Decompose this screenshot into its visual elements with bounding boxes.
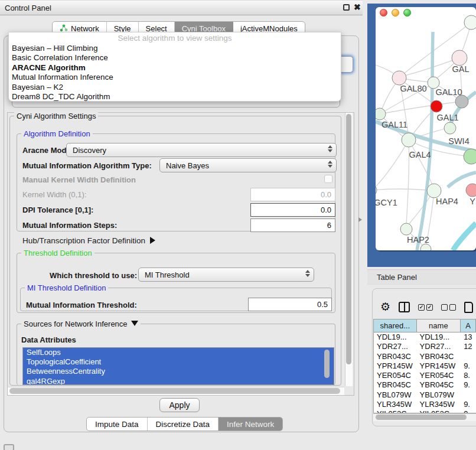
table-cell: YPR145W [417,361,461,371]
sources-title-text: Sources for Network Inference [24,319,128,328]
node-table[interactable]: shared...nameA YDL19...YDL19...13YDR27..… [373,319,476,413]
network-node-gal1[interactable] [431,100,442,112]
table-row[interactable]: YIL052CYIL052C9. [374,409,476,413]
select-checked-icon[interactable]: ✓✓ [418,304,433,311]
combo-arrows-icon [328,145,332,152]
network-node-hap4[interactable] [427,184,441,198]
network-node-y[interactable] [466,184,476,197]
table-toolbar: ⚙ ✓✓ [380,299,476,315]
node-label-y: Y [470,197,475,206]
table-cell: YER054C [417,371,461,380]
page-icon[interactable] [464,302,473,313]
network-node-gal4[interactable] [402,133,416,147]
control-panel-titlebar: Control Panel [0,0,363,15]
mi-type-combo[interactable]: Naive Bayes [159,158,337,172]
table-row[interactable]: YPR145WYPR145W9. [374,361,476,371]
network-node-hap2[interactable] [400,223,412,235]
hub-factor-expander[interactable]: Hub/Transcription Factor Definition [22,236,155,245]
table-cell: YBL079W [374,390,417,400]
table-body: YDL19...YDL19...13YDR27...YDR27...12YBR0… [374,332,476,413]
node-label-gal80: GAL80 [400,84,426,93]
control-panel-title: Control Panel [0,4,51,12]
sources-group-title[interactable]: Sources for Network Inference [21,319,141,328]
attribute-topologicalcoefficient[interactable]: TopologicalCoefficient [23,357,334,367]
split-pane-collapse-arrow[interactable] [358,217,362,222]
minimized-panel-handle[interactable] [4,444,14,450]
table-row[interactable]: YER054CYER054C8. [374,371,476,380]
table-row[interactable]: YBL079WYBL079W [374,390,476,400]
float-window-icon[interactable] [343,4,350,11]
select-unchecked-icon[interactable] [441,304,456,311]
close-icon[interactable]: ✖ [354,4,361,11]
column-header-shared[interactable]: shared... [374,319,417,332]
network-node-swi4[interactable] [444,122,456,134]
table-row[interactable]: YLR345WYLR345W9. [374,400,476,409]
algorithm-option-dream8-dc-tdc-algorithm[interactable]: Dream8 DC_TDC Algorithm [9,92,341,102]
network-node[interactable] [464,15,476,30]
network-node[interactable] [464,149,476,164]
table-cell: YDL19... [417,332,461,342]
column-header-name[interactable]: name [417,319,461,332]
manual-kernel-checkbox[interactable] [324,175,332,183]
dpi-tolerance-field[interactable]: 0.0 [250,203,335,217]
network-node-gal10[interactable] [428,77,439,89]
attribute-selfloops[interactable]: SelfLoops [23,348,334,357]
algorithm-option-bayesian-hill-climbing[interactable]: Bayesian – Hill Climbing [9,44,341,53]
apply-button[interactable]: Apply [159,398,200,412]
kernel-width-field[interactable]: 0.0 [250,188,335,201]
aracne-mode-combo[interactable]: Discovery [66,143,337,157]
node-label-gal1: GAL1 [436,113,458,122]
table-hscroll-thumb[interactable] [376,415,467,420]
tab-discretize-data[interactable]: Discretize Data [148,418,219,431]
which-threshold-value: MI Threshold [145,270,190,279]
table-row[interactable]: YDR27...YDR27...12 [374,342,476,351]
table-cell: 9. [461,380,476,390]
data-attributes-label: Data Attributes [21,335,76,344]
algorithm-option-mutual-information-inference[interactable]: Mutual Information Inference [9,73,341,82]
node-label-hap2: HAP2 [407,235,429,244]
mi-steps-label: Mutual Information Steps: [22,221,117,230]
settings-vscroll-thumb[interactable] [346,114,351,364]
table-row[interactable]: YBR045CYBR045C9. [374,380,476,390]
mac-minimize-icon[interactable] [392,9,399,17]
algorithm-definition-title: Algorithm Definition [21,129,93,138]
algorithm-option-basic-correlation-inference[interactable]: Basic Correlation Inference [9,53,341,63]
attribute-betweennesscentrality[interactable]: BetweennessCentrality [23,367,334,376]
algorithm-option-aracne-algorithm[interactable]: ARACNE Algorithm [9,63,341,73]
collapsed-arrow-icon [150,237,155,244]
aracne-mode-value: Discovery [73,146,106,155]
mac-close-icon[interactable] [380,9,387,17]
which-threshold-combo[interactable]: MI Threshold [138,268,314,282]
network-view[interactable]: GALGAL80GAL10GAL1SWI4GAL11GAL4GCY1HAP4YH… [367,4,476,267]
network-node-gal11[interactable] [374,108,386,120]
table-cell: 9. [461,400,476,409]
node-label-gal4: GAL4 [409,150,431,159]
column-header-a[interactable]: A [461,319,476,332]
network-node[interactable] [455,95,468,108]
mi-steps-field[interactable]: 6 [250,219,335,232]
table-row[interactable]: YBR043CYBR043C [374,352,476,361]
table-cell: YBR043C [417,352,461,361]
gear-icon[interactable]: ⚙ [380,301,390,313]
table-row[interactable]: YDL19...YDL19...13 [374,332,476,342]
mi-threshold-field[interactable]: 0.5 [248,298,332,311]
data-attributes-list[interactable]: SelfLoopsTopologicalCoefficientBetweenne… [22,347,334,385]
tab-infer-network[interactable]: Infer Network [219,418,282,431]
tab-impute-data[interactable]: Impute Data [87,418,148,431]
algorithm-option-bayesian-k2[interactable]: Bayesian – K2 [9,83,341,92]
expanded-arrow-icon [131,321,138,326]
table-cell: YER054C [374,371,417,380]
attribute-list-scrollbar[interactable] [324,350,330,378]
threshold-definition-title: Threshold Definition [21,249,94,257]
attribute-gal4rgexp[interactable]: gal4RGexp [23,377,334,385]
table-cell: YDL19... [374,332,417,342]
network-node-gal80[interactable] [392,71,406,85]
algorithm-popup-items: Bayesian – Hill ClimbingBasic Correlatio… [9,44,341,102]
mac-zoom-icon[interactable] [403,9,411,17]
node-label-swi4: SWI4 [448,136,469,146]
split-columns-icon[interactable] [399,302,410,312]
dpi-tolerance-label: DPI Tolerance [0,1]: [22,206,93,214]
table-cell: 13 [461,332,476,342]
settings-hscroll-thumb[interactable] [9,388,340,394]
network-node-gal[interactable] [452,50,467,66]
